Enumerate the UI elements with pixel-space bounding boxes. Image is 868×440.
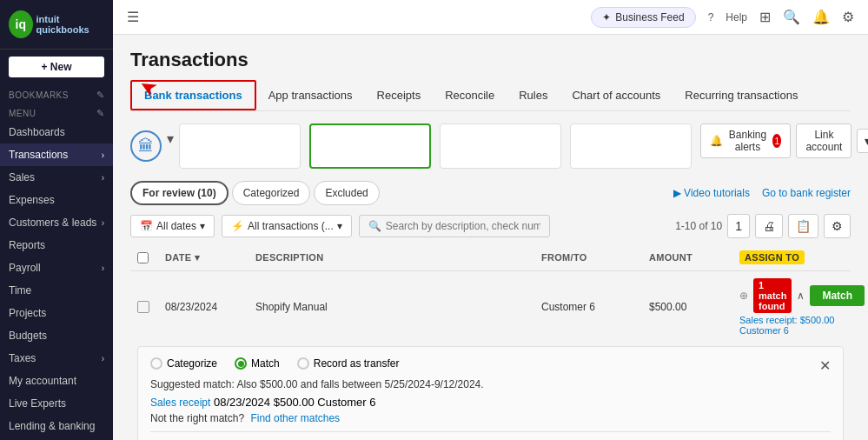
table-row-wrapper-1: 08/23/2024 Shopify Manual Customer 6 $50… [130,271,851,440]
sidebar-item-label: Dashboards [9,126,65,138]
main-area: ☰ ✦ Business Feed ? Help ⊞ 🔍 🔔 ⚙ Transac… [113,0,868,440]
settings-icon-btn[interactable]: ⚙ [824,214,851,238]
video-tutorials-link[interactable]: ▶ Video tutorials [673,187,750,199]
sidebar-item-label: Time [9,284,31,297]
sidebar-item-dashboards[interactable]: Dashboards [0,121,113,143]
all-transactions-select[interactable]: ⚡ All transactions (... ▾ [222,215,352,237]
tab-recurring[interactable]: Recurring transactions [673,80,810,110]
tab-receipts[interactable]: Receipts [365,80,434,110]
chevron-down-icon: ▾ [337,220,342,232]
radio-label-match: Match [251,357,280,370]
new-button[interactable]: + New [9,57,104,77]
tab-app-transactions[interactable]: App transactions [256,80,365,110]
find-other-matches-link[interactable]: Find other matches [250,412,340,424]
receipt-customer: Customer 6 [317,396,375,409]
help-icon[interactable]: ? [708,11,714,23]
account-card-3[interactable] [440,123,561,169]
filter-section: For review (10) Categorized Excluded ▶ V… [130,181,851,205]
sidebar-item-label: Sales [9,171,35,183]
business-feed-button[interactable]: ✦ Business Feed [591,7,695,28]
banking-alerts-button[interactable]: 🔔 Banking alerts 1 [700,123,791,158]
sidebar-item-label: Customers & leads [9,217,96,229]
bookmarks-edit-icon[interactable]: ✎ [96,90,105,101]
bank-register-link[interactable]: Go to bank register [762,187,851,199]
sidebar-item-live-experts[interactable]: Live Experts [0,392,113,415]
sidebar-item-label: Transactions [9,149,68,161]
menu-section: MENU ✎ [0,103,113,121]
page-number-btn[interactable]: 1 [727,214,750,238]
tab-rules[interactable]: Rules [507,80,560,110]
account-card-2[interactable] [309,123,431,169]
link-account-button[interactable]: Link account [796,123,851,158]
hamburger-icon[interactable]: ☰ [127,9,139,25]
sidebar-item-lending[interactable]: Lending & banking [0,415,113,437]
close-icon[interactable]: ✕ [819,357,831,374]
account-card-1[interactable] [179,123,301,169]
account-chevron[interactable]: ▾ [167,130,174,147]
menu-edit-icon[interactable]: ✎ [96,108,105,119]
sidebar-item-payroll[interactable]: Payroll › [0,257,113,279]
search-icon[interactable]: 🔍 [783,9,800,25]
receipt-link[interactable]: Sales receipt [150,397,210,409]
sidebar-item-projects[interactable]: Projects [0,302,113,324]
account-section: ➤ 🏛 ▾ 🔔 Banking alerts 1 [130,123,851,169]
account-actions: 🔔 Banking alerts 1 Link account ▾ ↻ Upda… [700,123,868,158]
sidebar-item-label: My accountant [9,375,76,387]
sidebar-item-transactions[interactable]: Transactions › [0,143,113,166]
bell-icon[interactable]: 🔔 [812,9,830,25]
radio-circle-match [235,357,247,370]
search-input[interactable] [386,220,540,232]
sidebar-item-customers[interactable]: Customers & leads › [0,211,113,234]
match-button[interactable]: Match [810,285,865,306]
tab-bank-transactions[interactable]: Bank transactions [130,80,256,110]
assign-to-badge: ASSIGN TO [739,250,805,264]
sidebar-item-label: Budgets [9,330,47,342]
select-all-checkbox[interactable] [137,252,149,263]
export-icon-btn[interactable]: 📋 [788,214,818,238]
sidebar-item-expenses[interactable]: Expenses [0,189,113,211]
match-badge[interactable]: 1 match found [753,278,792,313]
sidebar-item-label: Live Experts [9,397,66,410]
chevron-right-icon: › [102,150,104,160]
sidebar-item-taxes[interactable]: Taxes › [0,347,113,370]
help-text[interactable]: Help [726,11,747,23]
alerts-badge: 1 [772,134,781,148]
account-cards [179,123,692,169]
logo-icon: iq [9,10,33,38]
sidebar-item-time[interactable]: Time [0,279,113,302]
sidebar-item-sales[interactable]: Sales › [0,166,113,189]
topbar-left: ☰ [127,9,139,25]
sidebar-item-budgets[interactable]: Budgets [0,324,113,347]
print-icon-btn[interactable]: 🖨 [755,214,783,238]
sidebar-item-my-accountant[interactable]: My accountant [0,370,113,392]
not-right-text: Not the right match? Find other matches [150,412,831,424]
gear-icon[interactable]: ⚙ [842,9,854,25]
radio-match[interactable]: Match [235,357,280,370]
video-tutorials-label: Video tutorials [684,187,750,199]
all-dates-select[interactable]: 📅 All dates ▾ [130,215,215,237]
radio-circle-transfer [297,357,309,370]
chevron-up-icon: ∧ [797,290,805,302]
filter-tab-excluded[interactable]: Excluded [314,181,379,205]
all-dates-label: All dates [156,220,196,232]
not-right-label: Not the right match? [150,412,244,424]
sidebar-item-reports[interactable]: Reports [0,234,113,257]
radio-categorize[interactable]: Categorize [150,357,217,370]
tab-chart-of-accounts[interactable]: Chart of accounts [560,80,673,110]
tab-reconcile[interactable]: Reconcile [433,80,507,110]
account-card-4[interactable] [570,123,692,169]
radio-record-transfer[interactable]: Record as transfer [297,357,400,370]
logo-label: intuit quickbooks [36,14,104,35]
filter-tab-categorized[interactable]: Categorized [232,181,311,205]
filter-icon: ⚡ [231,220,244,232]
banking-alerts-label: Banking alerts [726,129,769,153]
business-feed-label: Business Feed [615,11,684,23]
link-account-label: Link account [805,129,842,153]
filter-tab-for-review[interactable]: For review (10) [130,181,229,205]
grid-icon[interactable]: ⊞ [759,9,771,25]
menu-label: MENU [9,109,36,118]
bookmarks-section: BOOKMARKS ✎ [0,84,113,103]
link-account-chevron[interactable]: ▾ [857,129,868,153]
header-from-to: FROM/TO [541,252,646,265]
row-checkbox[interactable] [137,301,162,313]
